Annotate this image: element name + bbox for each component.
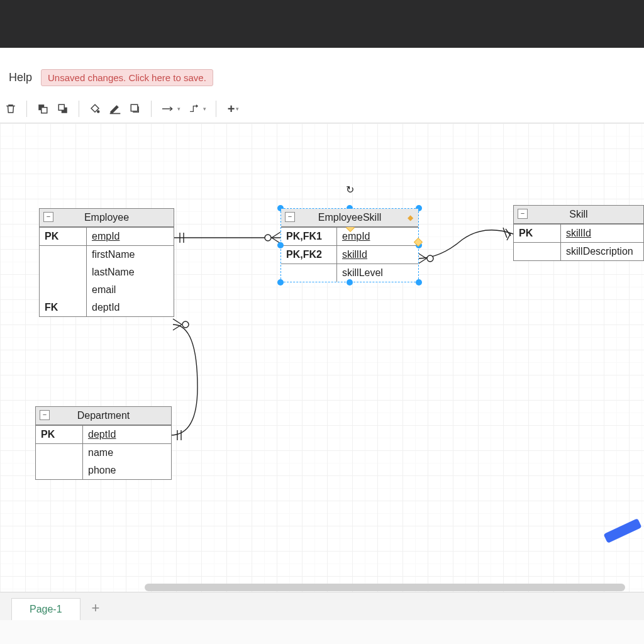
svg-rect-5	[110, 113, 121, 114]
line-color-icon[interactable]	[106, 99, 125, 118]
collapse-icon[interactable]: −	[43, 212, 53, 222]
resize-handle[interactable]	[277, 242, 284, 248]
shadow-icon[interactable]	[126, 99, 145, 118]
app-titlebar	[0, 0, 644, 48]
entity-department[interactable]: − Department PKdeptId name phone	[35, 406, 172, 480]
resize-handle[interactable]	[347, 279, 353, 286]
svg-point-4	[97, 111, 99, 113]
resize-handle[interactable]	[416, 279, 422, 286]
menu-help[interactable]: Help	[9, 71, 32, 84]
entity-employee[interactable]: − Employee PKempId firstName lastName em…	[39, 208, 174, 317]
delete-icon[interactable]	[1, 99, 20, 118]
entity-employee-skill[interactable]: ↻ − EmployeeSkill ◆ PK,FK1empId PK,FK2sk…	[280, 208, 419, 282]
page-tab-bar: Page-1 +	[0, 592, 644, 620]
add-page-tab-button[interactable]: +	[87, 596, 105, 620]
entity-title: EmployeeSkill	[318, 212, 381, 223]
entity-title: Employee	[84, 212, 129, 223]
save-notice-button[interactable]: Unsaved changes. Click here to save.	[41, 69, 213, 86]
diagram-canvas[interactable]: − Employee PKempId firstName lastName em…	[0, 123, 644, 620]
send-back-icon[interactable]	[53, 99, 72, 118]
rotate-handle-icon[interactable]: ↻	[346, 184, 354, 196]
horizontal-scrollbar[interactable]	[145, 584, 625, 591]
connector-waypoint-icon[interactable]: ▾	[184, 99, 209, 118]
page-tab[interactable]: Page-1	[11, 598, 80, 620]
collapse-icon[interactable]: −	[518, 209, 528, 219]
svg-rect-1	[42, 108, 47, 113]
resize-handle[interactable]	[277, 279, 284, 286]
add-icon[interactable]: +▾	[223, 99, 244, 118]
collapse-icon[interactable]: −	[40, 410, 50, 420]
collapse-icon[interactable]: −	[285, 212, 295, 222]
entity-skill[interactable]: − Skill PKskillId skillDescription	[513, 205, 644, 261]
warning-icon: ◆	[408, 213, 413, 222]
entity-title: Skill	[569, 209, 587, 220]
menubar: Help Unsaved changes. Click here to save…	[0, 60, 644, 95]
bring-front-icon[interactable]	[33, 99, 52, 118]
entity-title: Department	[77, 410, 130, 421]
svg-rect-3	[58, 104, 64, 110]
connector-arrow-icon[interactable]: ▾	[158, 99, 183, 118]
toolbar: ▾ ▾ +▾	[0, 95, 644, 123]
fill-color-icon[interactable]	[86, 99, 104, 118]
svg-rect-6	[131, 104, 138, 111]
